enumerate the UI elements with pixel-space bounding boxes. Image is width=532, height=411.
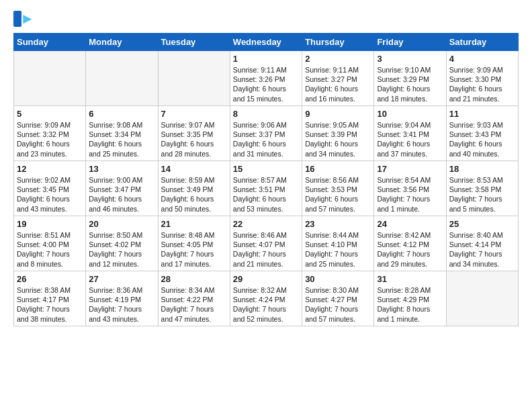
day-info: Sunrise: 9:10 AM Sunset: 3:29 PM Dayligh…: [377, 65, 443, 103]
day-info: Sunrise: 9:06 AM Sunset: 3:37 PM Dayligh…: [233, 120, 299, 158]
day-number: 16: [305, 164, 371, 174]
day-info: Sunrise: 9:07 AM Sunset: 3:35 PM Dayligh…: [161, 120, 227, 158]
day-info: Sunrise: 8:48 AM Sunset: 4:05 PM Dayligh…: [161, 230, 227, 269]
day-info: Sunrise: 9:02 AM Sunset: 3:45 PM Dayligh…: [17, 175, 83, 214]
day-info: Sunrise: 8:53 AM Sunset: 3:58 PM Dayligh…: [449, 175, 515, 214]
day-cell: 12Sunrise: 9:02 AM Sunset: 3:45 PM Dayli…: [14, 161, 86, 216]
day-number: 3: [377, 54, 443, 64]
day-number: 21: [161, 219, 227, 229]
day-info: Sunrise: 8:46 AM Sunset: 4:07 PM Dayligh…: [233, 230, 299, 269]
day-info: Sunrise: 8:57 AM Sunset: 3:51 PM Dayligh…: [233, 175, 299, 214]
day-info: Sunrise: 9:11 AM Sunset: 3:27 PM Dayligh…: [305, 65, 371, 103]
day-info: Sunrise: 8:54 AM Sunset: 3:56 PM Dayligh…: [377, 175, 443, 214]
day-info: Sunrise: 9:05 AM Sunset: 3:39 PM Dayligh…: [305, 120, 371, 158]
header: ►: [13, 10, 519, 28]
day-info: Sunrise: 8:51 AM Sunset: 4:00 PM Dayligh…: [17, 230, 83, 269]
weekday-header-sunday: Sunday: [14, 34, 86, 51]
day-info: Sunrise: 8:59 AM Sunset: 3:49 PM Dayligh…: [161, 175, 227, 214]
day-cell: 3Sunrise: 9:10 AM Sunset: 3:29 PM Daylig…: [374, 51, 446, 106]
day-number: 27: [89, 274, 154, 284]
day-number: 20: [89, 219, 154, 229]
day-info: Sunrise: 9:11 AM Sunset: 3:26 PM Dayligh…: [233, 65, 299, 103]
day-cell: 31Sunrise: 8:28 AM Sunset: 4:29 PM Dayli…: [374, 271, 446, 326]
day-number: 31: [377, 274, 443, 284]
day-cell: 30Sunrise: 8:30 AM Sunset: 4:27 PM Dayli…: [302, 271, 374, 326]
weekday-header-tuesday: Tuesday: [158, 34, 230, 51]
day-cell: 13Sunrise: 9:00 AM Sunset: 3:47 PM Dayli…: [86, 161, 158, 216]
day-number: 28: [161, 274, 227, 284]
day-number: 30: [305, 274, 371, 284]
day-number: 23: [305, 219, 371, 229]
day-number: 17: [377, 164, 443, 174]
week-row-2: 5Sunrise: 9:09 AM Sunset: 3:32 PM Daylig…: [14, 106, 519, 161]
day-info: Sunrise: 8:36 AM Sunset: 4:19 PM Dayligh…: [89, 285, 154, 324]
day-info: Sunrise: 8:42 AM Sunset: 4:12 PM Dayligh…: [377, 230, 443, 269]
day-number: 7: [161, 109, 227, 119]
weekday-header-row: SundayMondayTuesdayWednesdayThursdayFrid…: [14, 34, 519, 51]
day-cell: 9Sunrise: 9:05 AM Sunset: 3:39 PM Daylig…: [302, 106, 374, 161]
day-cell: 14Sunrise: 8:59 AM Sunset: 3:49 PM Dayli…: [158, 161, 230, 216]
week-row-3: 12Sunrise: 9:02 AM Sunset: 3:45 PM Dayli…: [14, 161, 519, 216]
day-info: Sunrise: 9:09 AM Sunset: 3:30 PM Dayligh…: [449, 65, 515, 103]
day-cell: 8Sunrise: 9:06 AM Sunset: 3:37 PM Daylig…: [230, 106, 302, 161]
day-cell: 15Sunrise: 8:57 AM Sunset: 3:51 PM Dayli…: [230, 161, 302, 216]
day-number: 8: [233, 109, 299, 119]
day-cell: 20Sunrise: 8:50 AM Sunset: 4:02 PM Dayli…: [86, 216, 158, 271]
weekday-header-wednesday: Wednesday: [230, 34, 302, 51]
calendar-table: SundayMondayTuesdayWednesdayThursdayFrid…: [13, 33, 519, 326]
day-info: Sunrise: 8:28 AM Sunset: 4:29 PM Dayligh…: [377, 285, 443, 324]
day-cell: 22Sunrise: 8:46 AM Sunset: 4:07 PM Dayli…: [230, 216, 302, 271]
day-cell: 25Sunrise: 8:40 AM Sunset: 4:14 PM Dayli…: [446, 216, 518, 271]
day-cell: 17Sunrise: 8:54 AM Sunset: 3:56 PM Dayli…: [374, 161, 446, 216]
weekday-header-friday: Friday: [374, 34, 446, 51]
day-cell: 18Sunrise: 8:53 AM Sunset: 3:58 PM Dayli…: [446, 161, 518, 216]
day-number: 14: [161, 164, 227, 174]
day-number: 5: [17, 109, 83, 119]
day-cell: 29Sunrise: 8:32 AM Sunset: 4:24 PM Dayli…: [230, 271, 302, 326]
calendar-page: ► SundayMondayTuesdayWednesdayThursdayFr…: [0, 0, 532, 411]
day-info: Sunrise: 9:08 AM Sunset: 3:34 PM Dayligh…: [89, 120, 154, 158]
week-row-4: 19Sunrise: 8:51 AM Sunset: 4:00 PM Dayli…: [14, 216, 519, 271]
day-info: Sunrise: 8:30 AM Sunset: 4:27 PM Dayligh…: [305, 285, 371, 324]
day-number: 12: [17, 164, 83, 174]
day-number: 24: [377, 219, 443, 229]
day-cell: [158, 51, 230, 106]
day-cell: 2Sunrise: 9:11 AM Sunset: 3:27 PM Daylig…: [302, 51, 374, 106]
logo: ►: [13, 10, 35, 28]
week-row-1: 1Sunrise: 9:11 AM Sunset: 3:26 PM Daylig…: [14, 51, 519, 106]
day-number: 29: [233, 274, 299, 284]
day-info: Sunrise: 8:56 AM Sunset: 3:53 PM Dayligh…: [305, 175, 371, 214]
day-info: Sunrise: 8:32 AM Sunset: 4:24 PM Dayligh…: [233, 285, 299, 324]
day-number: 2: [305, 54, 371, 64]
logo-arrow-icon: ►: [20, 10, 35, 28]
day-number: 26: [17, 274, 83, 284]
day-number: 10: [377, 109, 443, 119]
day-info: Sunrise: 9:00 AM Sunset: 3:47 PM Dayligh…: [89, 175, 154, 214]
weekday-header-monday: Monday: [86, 34, 158, 51]
day-cell: 16Sunrise: 8:56 AM Sunset: 3:53 PM Dayli…: [302, 161, 374, 216]
weekday-header-thursday: Thursday: [302, 34, 374, 51]
day-cell: 19Sunrise: 8:51 AM Sunset: 4:00 PM Dayli…: [14, 216, 86, 271]
day-info: Sunrise: 8:50 AM Sunset: 4:02 PM Dayligh…: [89, 230, 154, 269]
day-cell: 21Sunrise: 8:48 AM Sunset: 4:05 PM Dayli…: [158, 216, 230, 271]
day-info: Sunrise: 9:04 AM Sunset: 3:41 PM Dayligh…: [377, 120, 443, 158]
day-cell: 10Sunrise: 9:04 AM Sunset: 3:41 PM Dayli…: [374, 106, 446, 161]
day-cell: 7Sunrise: 9:07 AM Sunset: 3:35 PM Daylig…: [158, 106, 230, 161]
day-cell: 23Sunrise: 8:44 AM Sunset: 4:10 PM Dayli…: [302, 216, 374, 271]
day-cell: 4Sunrise: 9:09 AM Sunset: 3:30 PM Daylig…: [446, 51, 518, 106]
day-info: Sunrise: 8:44 AM Sunset: 4:10 PM Dayligh…: [305, 230, 371, 269]
day-number: 18: [449, 164, 515, 174]
day-cell: 24Sunrise: 8:42 AM Sunset: 4:12 PM Dayli…: [374, 216, 446, 271]
day-number: 9: [305, 109, 371, 119]
day-info: Sunrise: 8:40 AM Sunset: 4:14 PM Dayligh…: [449, 230, 515, 269]
day-cell: 11Sunrise: 9:03 AM Sunset: 3:43 PM Dayli…: [446, 106, 518, 161]
weekday-header-saturday: Saturday: [446, 34, 518, 51]
day-number: 19: [17, 219, 83, 229]
day-cell: 28Sunrise: 8:34 AM Sunset: 4:22 PM Dayli…: [158, 271, 230, 326]
day-cell: 1Sunrise: 9:11 AM Sunset: 3:26 PM Daylig…: [230, 51, 302, 106]
day-number: 25: [449, 219, 515, 229]
day-number: 6: [89, 109, 154, 119]
day-cell: [86, 51, 158, 106]
day-cell: 6Sunrise: 9:08 AM Sunset: 3:34 PM Daylig…: [86, 106, 158, 161]
day-number: 22: [233, 219, 299, 229]
